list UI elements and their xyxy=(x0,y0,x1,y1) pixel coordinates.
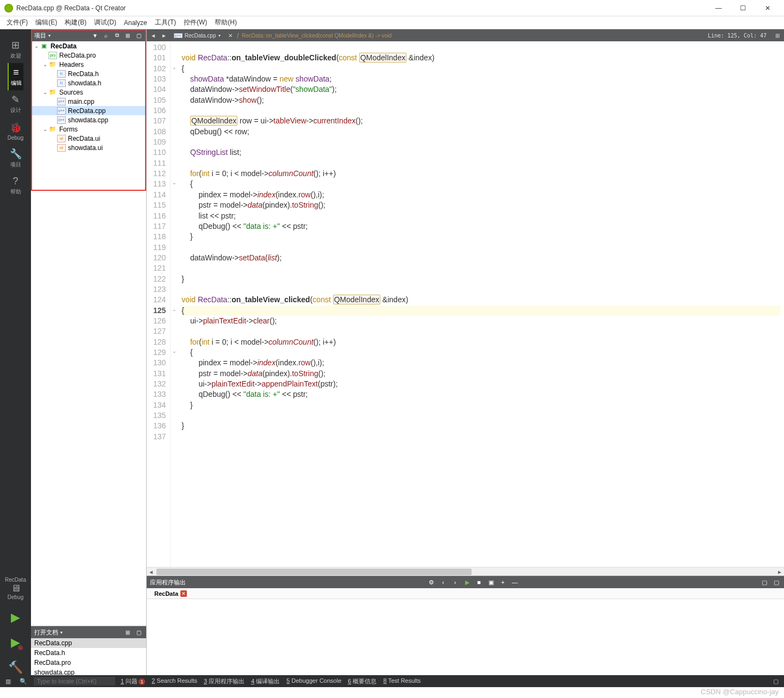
output-body[interactable] xyxy=(147,599,784,687)
navigation-panel: 项目 ▾ ▼ ⌕ ⧉ ⊞ ▢ ⌄▣RecDataproRecData.pro⌄📁… xyxy=(31,29,147,687)
output-header: 应用程序输出 ⚙ ‹ › ▶ ■ ▣ + — ▢ ▢ xyxy=(147,576,784,588)
filter-icon[interactable]: ▼ xyxy=(91,31,99,40)
output-next-icon[interactable]: › xyxy=(451,578,460,587)
horizontal-scrollbar[interactable]: ◂▸ xyxy=(147,567,784,576)
status-tab[interactable]: 4 编译输出 xyxy=(251,677,280,685)
tree-item[interactable]: c++RecData.cpp xyxy=(31,106,146,115)
output-add-icon[interactable]: + xyxy=(499,578,507,587)
tree-item[interactable]: c++main.cpp xyxy=(31,97,146,106)
menu-item[interactable]: 编辑(E) xyxy=(32,17,60,28)
output-settings-icon[interactable]: ⚙ xyxy=(427,578,436,587)
nav-fwd-icon[interactable]: ► xyxy=(160,31,168,40)
output-remove-icon[interactable]: — xyxy=(511,578,519,587)
tree-item[interactable]: ⌄📁Sources xyxy=(31,88,146,97)
output-run-icon[interactable]: ▶ xyxy=(463,578,472,587)
tree-item-label: Forms xyxy=(59,126,78,133)
status-tab[interactable]: 8 Test Results xyxy=(383,677,421,685)
tree-item-label: showdata.cpp xyxy=(68,116,108,124)
menu-item[interactable]: 工具(T) xyxy=(152,17,179,28)
menu-item[interactable]: 文件(F) xyxy=(3,17,31,28)
output-panel: 应用程序输出 ⚙ ‹ › ▶ ■ ▣ + — ▢ ▢ RecData ✕ xyxy=(147,576,784,687)
maximize-button[interactable]: ☐ xyxy=(731,0,755,16)
close-docs-icon[interactable]: ▢ xyxy=(134,628,143,637)
nav-back-icon[interactable]: ◄ xyxy=(149,31,158,40)
status-tab[interactable]: 6 概要信息 xyxy=(348,677,377,685)
sync-icon[interactable]: ⧉ xyxy=(112,31,121,40)
tree-item-label: RecData.pro xyxy=(59,52,96,59)
editor-crumb[interactable]: RecData::on_tableView_clicked(const QMod… xyxy=(242,33,392,39)
output-attach-icon[interactable]: ▣ xyxy=(487,578,496,587)
tree-item[interactable]: hshowdata.h xyxy=(31,78,146,88)
mode-Debug[interactable]: 🐞Debug xyxy=(8,117,23,145)
split-docs-icon[interactable]: ⊞ xyxy=(123,628,132,637)
output-stop-icon[interactable]: ■ xyxy=(475,578,484,587)
mode-icon: 🐞 xyxy=(10,122,22,134)
output-prev-icon[interactable]: ‹ xyxy=(439,578,448,587)
editor-file-chip[interactable]: c++ RecData.cpp ▾ xyxy=(171,33,224,39)
editor-split-icon[interactable]: ⊞ xyxy=(773,31,782,40)
tree-item[interactable]: ⌄▣RecData xyxy=(31,41,146,51)
statusbar-toggle-icon[interactable]: ▢ xyxy=(771,676,781,686)
function-icon: ƒ xyxy=(237,33,240,39)
project-tree[interactable]: ⌄▣RecDataproRecData.pro⌄📁HeadershRecData… xyxy=(31,41,146,626)
status-tab[interactable]: 3 应用程序输出 xyxy=(204,677,244,685)
open-doc-item[interactable]: RecData.pro xyxy=(31,658,146,668)
close-button[interactable]: ✕ xyxy=(755,0,780,16)
code-editor[interactable]: 1001011021031041051061071081091101111121… xyxy=(147,41,784,567)
tree-item[interactable]: c++showdata.cpp xyxy=(31,115,146,124)
status-tab[interactable]: 2 Search Results xyxy=(152,677,197,685)
tree-item[interactable]: uiRecData.ui xyxy=(31,134,146,143)
run-button[interactable]: ▶ xyxy=(5,607,27,628)
open-doc-item[interactable]: RecData.cpp xyxy=(31,638,146,648)
status-tab[interactable]: 5 Debugger Console xyxy=(286,677,341,685)
tree-item-label: Sources xyxy=(59,89,83,96)
menu-item[interactable]: 构建(B) xyxy=(61,17,90,28)
toggle-sidebar-icon[interactable]: ▥ xyxy=(3,676,13,686)
split-icon[interactable]: ⊞ xyxy=(123,31,132,40)
editor-toolbar: ◄ ► c++ RecData.cpp ▾ ✕ ƒ RecData::on_ta… xyxy=(147,29,784,41)
menu-item[interactable]: Analyze xyxy=(121,18,150,28)
mode-icon: ≡ xyxy=(13,67,19,78)
tree-item-label: showdata.ui xyxy=(68,144,103,152)
tree-item[interactable]: ⌄📁Forms xyxy=(31,124,146,134)
tree-item-label: showdata.h xyxy=(68,79,101,87)
mode-帮助[interactable]: ?帮助 xyxy=(8,172,23,199)
status-tab[interactable]: 1 问题1 xyxy=(121,677,145,685)
close-editor-icon[interactable]: ✕ xyxy=(226,31,235,40)
locator-input[interactable] xyxy=(34,677,115,685)
open-docs-title: 打开文档 xyxy=(34,628,58,637)
minimize-button[interactable]: — xyxy=(706,0,731,16)
link-icon[interactable]: ⌕ xyxy=(102,31,110,40)
close-output-tab-icon[interactable]: ✕ xyxy=(180,590,187,597)
mode-设计[interactable]: ✎设计 xyxy=(8,90,23,117)
output-max-icon[interactable]: ▢ xyxy=(772,578,781,587)
open-doc-item[interactable]: RecData.h xyxy=(31,648,146,658)
output-tab[interactable]: RecData ✕ xyxy=(150,589,191,598)
output-min-icon[interactable]: ▢ xyxy=(760,578,769,587)
tree-item[interactable]: ⌄📁Headers xyxy=(31,60,146,69)
tree-item[interactable]: uishowdata.ui xyxy=(31,143,146,152)
mode-编辑[interactable]: ≡编辑 xyxy=(8,63,23,90)
debug-run-button[interactable]: ▶🐞 xyxy=(5,632,27,653)
mode-label: 帮助 xyxy=(10,188,21,196)
mode-项目[interactable]: 🔧项目 xyxy=(8,145,23,172)
tree-item[interactable]: hRecData.h xyxy=(31,69,146,78)
mode-欢迎[interactable]: ⊞欢迎 xyxy=(8,36,23,63)
menu-item[interactable]: 调试(D) xyxy=(91,17,120,28)
mode-sidebar: ⊞欢迎≡编辑✎设计🐞Debug🔧项目?帮助 RecData 🖥 Debug ▶ … xyxy=(0,29,31,687)
mode-icon: ⊞ xyxy=(11,39,20,51)
monitor-icon: 🖥 xyxy=(0,583,31,594)
mode-icon: ✎ xyxy=(11,94,20,105)
fold-column[interactable]: ⌄⌄⌄⌄ xyxy=(171,41,178,567)
mode-label: 设计 xyxy=(10,107,21,114)
tree-item-label: RecData.h xyxy=(68,70,99,78)
menu-item[interactable]: 帮助(H) xyxy=(211,17,240,28)
tree-item[interactable]: proRecData.pro xyxy=(31,51,146,60)
menu-item[interactable]: 控件(W) xyxy=(180,17,210,28)
kit-selector[interactable]: RecData 🖥 Debug xyxy=(0,574,31,603)
close-panel-icon[interactable]: ▢ xyxy=(134,31,143,40)
code-body[interactable]: void RecData::on_tableView_doubleClicked… xyxy=(178,41,784,567)
status-bar: ▥ 🔍 1 问题12 Search Results3 应用程序输出4 编译输出5… xyxy=(0,675,784,687)
output-tabbar: RecData ✕ xyxy=(147,588,784,599)
search-icon[interactable]: 🔍 xyxy=(18,676,28,686)
